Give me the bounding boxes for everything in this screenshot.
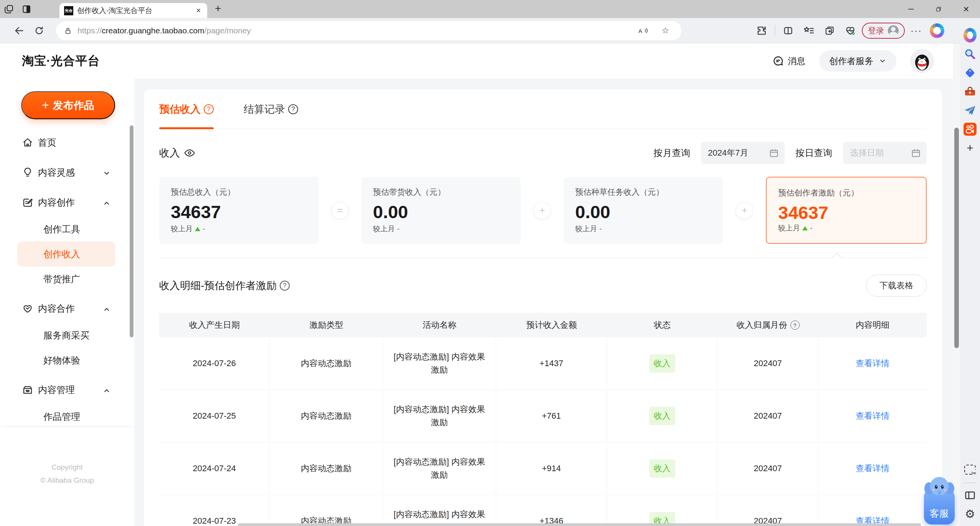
add-sidebar-item-icon[interactable]: + xyxy=(964,141,977,155)
copilot-icon[interactable] xyxy=(928,21,946,41)
page-scrollbar[interactable] xyxy=(953,43,960,526)
publish-button[interactable]: + 发布作品 xyxy=(21,91,115,119)
view-details-link[interactable]: 查看详情 xyxy=(856,410,889,422)
calendar-icon xyxy=(769,148,779,158)
card-total-income[interactable]: 预估总收入（元） 34637 较上月 - xyxy=(159,177,318,244)
browser-essentials-icon[interactable] xyxy=(841,21,860,41)
close-button[interactable]: ✕ xyxy=(952,0,980,18)
sidebar-item-product-trial[interactable]: 好物体验 xyxy=(0,348,134,373)
operator-plus: + xyxy=(723,177,766,244)
lightbulb-icon xyxy=(22,167,33,178)
view-details-link[interactable]: 查看详情 xyxy=(856,463,889,474)
message-bubble-icon xyxy=(772,55,784,67)
sidebar-toggle-icon[interactable] xyxy=(964,489,977,502)
chevron-down-icon xyxy=(879,57,886,65)
read-aloud-icon[interactable]: A xyxy=(635,22,652,39)
tab-close-icon[interactable]: ✕ xyxy=(195,7,203,14)
income-panel: 预估收入 ? 结算记录 ? 收入 xyxy=(144,89,942,526)
income-table: 收入产生日期 激励类型 活动名称 预计收入金额 状态 收入归属月份 ? 内容明细 xyxy=(159,313,927,526)
tab-estimated-income[interactable]: 预估收入 ? xyxy=(159,89,214,129)
favorites-list-icon[interactable] xyxy=(800,21,818,41)
chevron-up-icon xyxy=(103,305,111,312)
site-logo[interactable]: 淘宝·光合平台 xyxy=(22,53,100,69)
toolbox-icon[interactable] xyxy=(964,85,977,98)
browser-window: 光合 创作收入-淘宝光合平台 ✕ + ─ ✕ https://creator.g… xyxy=(0,0,980,526)
url-text: https://creator.guanghe.taobao.com/page/… xyxy=(78,26,251,35)
sidebar-item-service-purchase[interactable]: 服务商采买 xyxy=(0,323,134,348)
filters-row: 收入 按月查询 按日查询 xyxy=(159,129,927,177)
tab-layers-icon[interactable] xyxy=(0,2,18,17)
split-screen-icon[interactable] xyxy=(779,21,797,41)
creator-service-menu[interactable]: 创作者服务 xyxy=(819,50,896,72)
table-row: 2024-07-23 内容动态激励 [内容动态激励] 内容效果激励 +1346 … xyxy=(159,495,927,526)
favorite-star-icon[interactable]: ☆ xyxy=(657,22,674,39)
operator-plus: + xyxy=(521,177,564,244)
sidebar-footer: Copyright © Alibaba Group xyxy=(0,427,134,526)
operator-equals: = xyxy=(318,177,361,244)
horizontal-scrollbar[interactable] xyxy=(238,523,921,526)
up-arrow-icon xyxy=(802,226,808,230)
refresh-button[interactable] xyxy=(29,21,49,41)
heart-hands-icon xyxy=(22,303,33,314)
view-details-link[interactable]: 查看详情 xyxy=(856,358,889,369)
sidebar-item-works-management[interactable]: 作品管理 xyxy=(0,404,134,429)
window-controls: ─ ✕ xyxy=(897,0,980,18)
workspaces-icon[interactable] xyxy=(18,2,35,17)
edge-sidebar: + ✂ ⚙ xyxy=(960,18,980,526)
sidebar-item-cooperation[interactable]: 内容合作 xyxy=(0,294,134,323)
sidebar-item-creation-tools[interactable]: 创作工具 xyxy=(0,217,134,242)
help-icon[interactable]: ? xyxy=(280,281,290,291)
toolbar-right-cluster: 登录 ··· xyxy=(752,21,946,41)
help-icon[interactable]: ? xyxy=(790,321,800,330)
elephant-mascot-icon xyxy=(924,474,955,498)
collections-icon[interactable] xyxy=(820,21,839,41)
shopping-tag-icon[interactable] xyxy=(964,66,977,79)
help-icon[interactable]: ? xyxy=(288,104,298,114)
sidebar-item-creation-income[interactable]: 创作收入 xyxy=(17,242,115,266)
settings-gear-icon[interactable]: ⚙ xyxy=(964,508,977,521)
status-badge: 收入 xyxy=(649,407,675,425)
settings-more-icon[interactable]: ··· xyxy=(907,21,926,41)
extensions-icon[interactable] xyxy=(752,21,771,41)
browser-toolbar: https://creator.guanghe.taobao.com/page/… xyxy=(0,18,980,43)
card-seeding-task-income[interactable]: 预估种草任务收入（元） 0.00 较上月 - xyxy=(564,177,723,244)
back-button[interactable] xyxy=(9,21,29,41)
sidebar-item-creation[interactable]: 内容创作 xyxy=(0,188,134,217)
sidebar-item-promotion[interactable]: 带货推广 xyxy=(0,266,134,291)
restore-button[interactable] xyxy=(925,0,952,18)
card-sales-income[interactable]: 预估带货收入（元） 0.00 较上月 - xyxy=(361,177,521,244)
address-bar[interactable]: https://creator.guanghe.taobao.com/page/… xyxy=(56,21,681,40)
kuaishou-icon[interactable] xyxy=(964,123,977,136)
edit-note-icon xyxy=(22,197,33,208)
copilot-sidebar-icon[interactable] xyxy=(964,29,977,42)
sign-in-button[interactable]: 登录 xyxy=(862,23,905,39)
eye-icon[interactable] xyxy=(184,147,195,159)
paper-plane-icon[interactable] xyxy=(964,104,977,117)
sidebar-item-home[interactable]: 首页 xyxy=(0,128,134,157)
sidebar: + 发布作品 首页 内容灵感 内容创作 xyxy=(0,79,134,526)
minimize-button[interactable]: ─ xyxy=(897,0,925,18)
page-content: 淘宝·光合平台 消息 创作者服务 + 发布作品 xyxy=(0,43,953,526)
tab-settlement-records[interactable]: 结算记录 ? xyxy=(244,89,298,129)
sidebar-item-inspiration[interactable]: 内容灵感 xyxy=(0,158,134,187)
panel-tabs: 预估收入 ? 结算记录 ? xyxy=(159,89,927,129)
sidebar-scrollbar[interactable] xyxy=(130,125,134,337)
copyright-text: Copyright © Alibaba Group xyxy=(0,461,134,487)
lock-icon xyxy=(64,26,72,35)
section-divider xyxy=(159,258,927,258)
browser-tab[interactable]: 光合 创作收入-淘宝光合平台 ✕ xyxy=(59,3,207,18)
month-query-input-wrap xyxy=(701,142,785,164)
customer-support-button[interactable]: 客服 xyxy=(923,474,955,524)
tab-title: 创作收入-淘宝光合平台 xyxy=(77,6,191,16)
download-table-button[interactable]: 下载表格 xyxy=(866,275,927,297)
help-icon[interactable]: ? xyxy=(204,104,214,114)
plus-icon: + xyxy=(42,98,49,112)
screenshot-icon[interactable]: ✂ xyxy=(964,464,977,477)
card-creator-incentive[interactable]: 预估创作者激励（元） 34637 较上月 - xyxy=(766,177,927,244)
chevron-up-icon xyxy=(103,199,111,206)
search-icon[interactable] xyxy=(964,48,977,61)
messages-button[interactable]: 消息 xyxy=(772,55,805,67)
avatar[interactable] xyxy=(910,49,934,73)
sidebar-item-management[interactable]: 内容管理 xyxy=(0,376,134,404)
new-tab-button[interactable]: + xyxy=(215,2,221,15)
